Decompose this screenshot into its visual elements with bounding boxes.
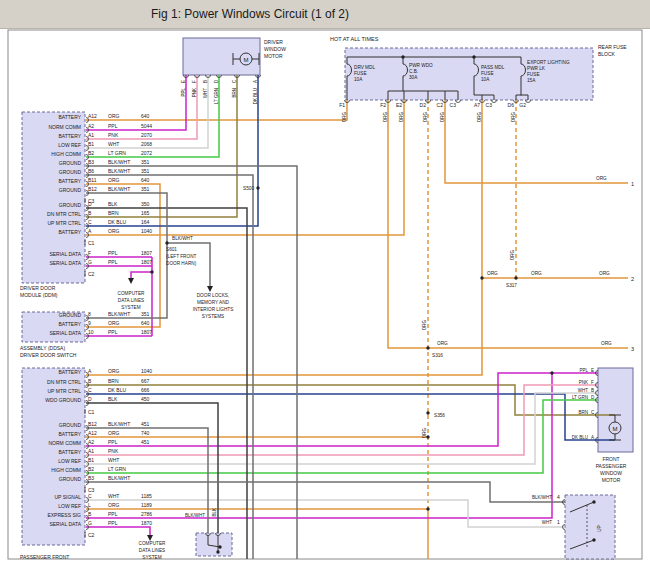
wire-color-label: BRN <box>578 410 588 415</box>
row-function-label: BATTERY <box>58 431 81 437</box>
wire-color-label: WHT <box>542 520 552 525</box>
row-circuit-number: 1040 <box>141 368 152 374</box>
motor-pin-letter: E <box>591 368 594 373</box>
row-pin: 8 <box>88 311 91 317</box>
row-function-label: GROUND <box>59 422 82 428</box>
ddm-label: MODULE (DDM) <box>20 292 58 298</box>
row-wire-color: WHT <box>108 493 119 499</box>
row-wire-color: LT GRN <box>108 150 126 156</box>
switch-pin-number: 4 <box>557 494 560 500</box>
row-function-label: SERIAL DATA <box>49 260 81 266</box>
wire-color-label: ORG <box>437 341 448 346</box>
driver-motor-label: MOTOR <box>264 53 283 59</box>
up-switch-box <box>565 495 615 559</box>
row-wire-color: BRN <box>108 378 119 384</box>
computer-data-lines-label: COMPUTER <box>118 291 145 296</box>
row-function-label: GROUND <box>59 202 82 208</box>
motor-pin-letter: F <box>192 80 197 83</box>
splice-dot <box>472 55 475 58</box>
splice-dot <box>550 371 553 374</box>
row-circuit-number: 1807 <box>141 329 152 335</box>
wire-color-label: DK BLU <box>253 88 258 104</box>
row-wire-color: PPL <box>108 259 118 265</box>
row-function-label: BATTERY <box>58 133 81 139</box>
row-circuit-number: 451 <box>141 421 150 427</box>
fuse-label: 10A <box>354 77 363 82</box>
row-pin: A1 <box>88 448 94 454</box>
wire-color-label: PNK <box>579 380 588 385</box>
row-circuit-number: 5044 <box>141 123 152 129</box>
edge-circuit-2: 2 <box>631 276 634 282</box>
row-pin: B3 <box>88 159 94 165</box>
wire-color-label: ORG <box>423 112 428 123</box>
row-function-label: UP MTR CTRL <box>47 220 81 226</box>
wire-color-label: ORG <box>399 112 404 123</box>
fuse-pin-label: A7 <box>474 102 480 108</box>
row-function-label: SERIAL DATA <box>49 251 81 257</box>
wire-color-label: BLK/WHT <box>185 513 205 518</box>
row-function-label: DN MTR CTRL <box>47 211 81 217</box>
row-circuit-number: 2068 <box>141 141 152 147</box>
row-circuit-number: 640 <box>141 177 150 183</box>
fuse-label: 10A <box>481 77 490 82</box>
row-function-label: UP MTR CTRL <box>47 388 81 394</box>
wire-color-label: ORG <box>383 112 388 123</box>
ddsa-label: ASSEMBLY (DDSA) <box>20 345 65 351</box>
computer-data-lines-label: SYSTEM <box>142 555 161 560</box>
row-wire-color: BRN <box>108 210 119 216</box>
driver-motor-label: DRIVER <box>264 39 283 45</box>
wire-color-label: WHT <box>578 388 588 393</box>
motor-pin-letter: B <box>591 388 594 393</box>
wire-color-label: ORG <box>601 341 612 346</box>
row-wire-color: PNK <box>108 132 119 138</box>
splice-dot <box>165 241 168 244</box>
row-pin: B12 <box>88 421 97 427</box>
passenger-motor-label: MOTOR <box>602 477 621 483</box>
connector-id: C1 <box>88 409 95 415</box>
row-circuit-number: 2786 <box>141 511 152 517</box>
wire-color-label: PPL <box>181 88 186 97</box>
wire-color-label: ORG <box>477 112 482 123</box>
row-wire-color: BLK/WHT <box>108 475 130 481</box>
wire-color-label: LT GRN <box>214 88 219 104</box>
fuse-label: C.B. <box>409 69 418 74</box>
row-wire-color: WHT <box>108 457 119 463</box>
splice-s500-label: S500 <box>243 186 254 191</box>
fuse-label: PWR LK <box>527 66 546 71</box>
row-function-label: GROUND <box>59 169 82 175</box>
row-circuit-number: 1185 <box>141 493 152 499</box>
row-function-label: GROUND <box>59 187 82 193</box>
row-pin: A12 <box>88 430 97 436</box>
passenger-motor-label: WINDOW <box>600 470 622 476</box>
row-wire-color: BLK/WHT <box>108 186 130 192</box>
row-function-label: UP SIGNAL <box>54 494 81 500</box>
row-circuit-number: 1807 <box>141 259 152 265</box>
switch-up-label: UP <box>596 524 602 532</box>
ddm-label: DRIVER DOOR <box>20 285 56 291</box>
row-pin: B1 <box>88 141 94 147</box>
splice-s316-label: S316 <box>432 353 443 358</box>
motor-pin-letter: A <box>253 80 258 83</box>
row-wire-color: BLK/WHT <box>108 159 130 165</box>
row-wire-color: DK BLU <box>108 387 126 393</box>
row-pin: B12 <box>88 186 97 192</box>
circuit-diagram: F1F2E2D2C2C3A7C3D6G2ORGORGORGORGORGORGOR… <box>0 0 650 561</box>
wire-color-label: ORG <box>440 112 445 123</box>
row-pin: B11 <box>88 177 97 183</box>
row-circuit-number: 165 <box>141 210 150 216</box>
motor-letter: M <box>244 57 249 63</box>
row-wire-color: ORG <box>108 228 120 234</box>
row-wire-color: ORG <box>108 113 120 119</box>
row-wire-color: BLK/WHT <box>108 168 130 174</box>
splice-dot <box>401 55 404 58</box>
row-function-label: GROUND <box>59 160 82 166</box>
wire-color-label: ORG <box>596 176 607 181</box>
row-circuit-number: 164 <box>141 219 150 225</box>
connector-id: C1 <box>88 240 95 246</box>
row-pin: 9 <box>88 320 91 326</box>
row-function-label: HIGH COMM <box>51 151 81 157</box>
wire-color-label: BLK/WHT <box>532 495 552 500</box>
motor-pin-letter: A <box>591 435 594 440</box>
row-circuit-number: 1189 <box>141 502 152 508</box>
row-function-label: LOW REF <box>58 503 81 509</box>
